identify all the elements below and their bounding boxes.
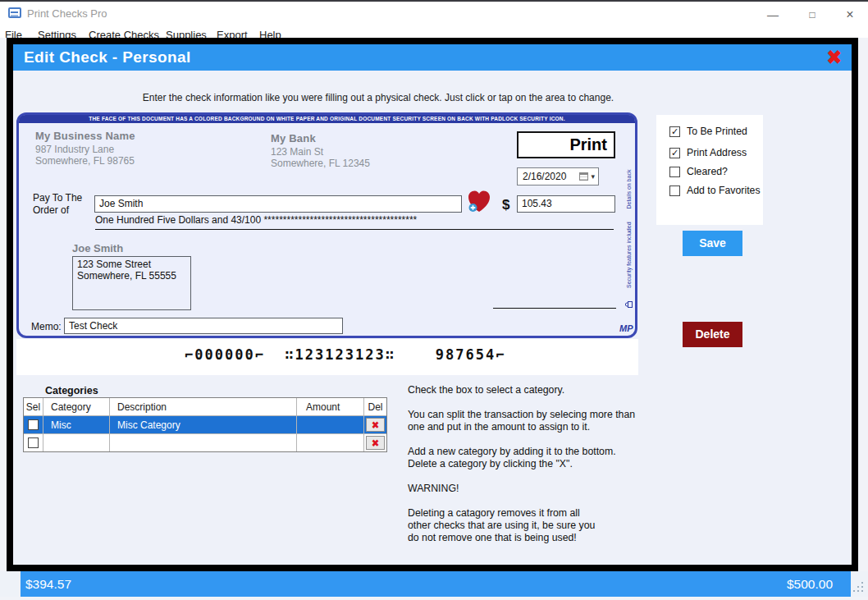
print-button[interactable]: Print [517, 131, 615, 158]
signature-line [493, 308, 616, 309]
memo-field[interactable]: Test Check [64, 318, 343, 334]
category-cell[interactable] [43, 434, 110, 451]
header-description: Description [110, 398, 297, 415]
help-paragraph: You can split the transaction by selecin… [408, 409, 683, 433]
statusbar-fill: $394.57 $500.00 [21, 571, 851, 597]
app-icon [8, 7, 21, 18]
category-help-text: Check the box to select a category. You … [408, 384, 683, 556]
amount-cell[interactable] [297, 434, 364, 451]
description-cell[interactable] [110, 434, 297, 451]
app-title: Print Checks Pro [27, 7, 107, 20]
row-select-checkbox[interactable] [28, 419, 39, 430]
micr-line: ⌐000000⌐ ∷123123123∷ 987654⌐ [185, 346, 506, 363]
bank-info-block[interactable]: My Bank 123 Main St Somewhere, FL 12345 [271, 132, 370, 169]
menu-supplies[interactable]: Supplies [166, 27, 207, 38]
resize-grip[interactable] [861, 590, 863, 592]
minimize-button[interactable]: — [761, 7, 784, 23]
description-cell[interactable]: Misc Category [110, 416, 297, 433]
micr-band: ⌐000000⌐ ∷123123123∷ 987654⌐ [16, 339, 638, 375]
business-name: My Business Name [35, 130, 135, 142]
help-paragraph: Check the box to select a category. [408, 384, 683, 396]
amount-field[interactable]: 105.43 [517, 195, 615, 213]
payee-name-label[interactable]: Joe Smith [72, 242, 123, 254]
balance-right: $500.00 [787, 577, 833, 592]
to-be-printed-checkbox[interactable]: ✓ [669, 126, 680, 137]
statusbar: $394.57 $500.00 [0, 571, 868, 597]
window-close-button[interactable]: × [838, 7, 861, 23]
table-row[interactable]: Misc Misc Category × [24, 415, 386, 433]
menubar: File Settings Create Checks Supplies Exp… [0, 25, 868, 38]
app-window: Print Checks Pro — □ × File Settings Cre… [0, 0, 868, 600]
delete-category-button[interactable]: × [366, 436, 385, 450]
padlock-icon [625, 301, 633, 308]
delete-button[interactable]: Delete [683, 322, 742, 347]
calendar-icon [579, 172, 588, 181]
amount-cell[interactable] [297, 416, 364, 433]
category-cell[interactable]: Misc [43, 416, 110, 433]
option-cleared: Cleared? [669, 166, 763, 177]
save-button[interactable]: Save [683, 231, 742, 256]
menu-create-checks[interactable]: Create Checks [89, 27, 159, 38]
print-address-checkbox[interactable]: ✓ [669, 148, 680, 158]
header-category: Category [43, 398, 110, 415]
menu-export[interactable]: Export [217, 27, 248, 38]
business-info-block[interactable]: My Business Name 987 Industry Lane Somew… [35, 130, 135, 167]
table-row[interactable]: × [24, 433, 386, 451]
titlebar: Print Checks Pro — □ × [0, 2, 868, 25]
dialog-title: Edit Check - Personal [24, 44, 191, 71]
dialog-close-icon[interactable]: × [828, 44, 840, 70]
categories-header-row: Sel Category Description Amount Del [24, 398, 386, 415]
chevron-down-icon[interactable]: ▾ [591, 172, 595, 181]
option-print-address: ✓ Print Address [669, 147, 763, 158]
edit-check-dialog: Edit Check - Personal × Enter the check … [7, 38, 858, 571]
instruction-text: Enter the check information like you wer… [13, 92, 743, 103]
menu-file[interactable]: File [5, 27, 22, 38]
help-warning: WARNING! [408, 483, 683, 495]
maximize-button[interactable]: □ [801, 7, 824, 23]
dialog-header: Edit Check - Personal × [13, 44, 852, 71]
help-paragraph: Add a new category by adding it to the b… [408, 446, 683, 470]
header-del: Del [364, 398, 386, 415]
date-picker[interactable]: 2/16/2020 ▾ [517, 167, 599, 185]
currency-symbol: $ [502, 197, 509, 213]
bank-name: My Bank [271, 132, 370, 144]
payee-address-box[interactable]: 123 Some Street Somewhere, FL 55555 [72, 256, 191, 310]
menu-help[interactable]: Help [259, 27, 281, 38]
categories-table: Sel Category Description Amount Del Misc… [23, 397, 387, 452]
check-options-panel: ✓ To Be Printed ✓ Print Address Cleared?… [656, 115, 763, 225]
option-add-to-favorites: Add to Favorites [669, 185, 763, 196]
help-paragraph: Deleting a catagory removes it from all … [408, 507, 683, 544]
option-to-be-printed: ✓ To Be Printed [669, 126, 763, 137]
security-side-text: Security features included Details on ba… [624, 152, 633, 308]
pay-to-label: Pay To The Order of [33, 192, 82, 217]
menu-settings[interactable]: Settings [38, 27, 76, 38]
header-amount: Amount [297, 398, 364, 415]
bank-address: 123 Main St Somewhere, FL 12345 [271, 146, 370, 169]
date-value: 2/16/2020 [523, 171, 579, 182]
categories-title: Categories [45, 385, 98, 396]
mp-logo: MP [619, 323, 633, 333]
row-select-checkbox[interactable] [28, 437, 39, 448]
delete-category-button[interactable]: × [366, 418, 385, 432]
payee-field[interactable]: Joe Smith [94, 195, 462, 213]
cleared-checkbox[interactable] [669, 167, 680, 177]
amount-in-words: One Hundred Five Dollars and 43/100 ****… [95, 214, 614, 230]
security-banner: THE FACE OF THIS DOCUMENT HAS A COLORED … [19, 115, 635, 123]
add-to-favorites-checkbox[interactable] [669, 185, 680, 196]
business-address: 987 Industry Lane Somewhere, FL 98765 [35, 144, 135, 167]
memo-label: Memo: [31, 321, 62, 332]
favorite-heart-icon[interactable] [466, 189, 492, 213]
header-sel: Sel [24, 398, 43, 415]
check-preview: THE FACE OF THIS DOCUMENT HAS A COLORED … [16, 112, 637, 338]
balance-left: $394.57 [25, 577, 71, 592]
